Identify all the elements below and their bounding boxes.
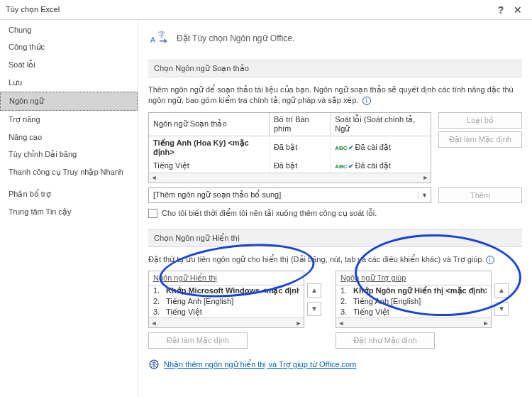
info-icon[interactable]: i bbox=[486, 256, 494, 264]
sidebar-item-customize-ribbon[interactable]: Tùy chỉnh Dải băng bbox=[0, 146, 138, 163]
page-heading: Đặt Tùy chọn Ngôn ngữ Office. bbox=[177, 33, 294, 43]
move-up-button[interactable]: ▲ bbox=[494, 283, 509, 298]
table-row[interactable]: Tiếng Việt Đã bật ABC Đã cài đặt bbox=[149, 159, 431, 173]
globe-icon bbox=[148, 359, 160, 370]
display-section-title: Chọn Ngôn ngữ Hiển thị bbox=[148, 229, 522, 247]
sidebar-item-formulas[interactable]: Công thức bbox=[0, 38, 138, 56]
sidebar-item-proofing[interactable]: Soát lỗi bbox=[0, 56, 138, 74]
sidebar-item-general[interactable]: Chung bbox=[0, 21, 138, 38]
sidebar-item-accessibility[interactable]: Trợ năng bbox=[0, 111, 138, 129]
display-language-list[interactable]: Ngôn ngữ Hiển thị 1.Khớp Microsoft Windo… bbox=[148, 271, 304, 328]
scroll-left-icon[interactable]: ◄ bbox=[149, 174, 159, 181]
editing-section-title: Chọn Ngôn ngữ Soạn thảo bbox=[148, 60, 522, 77]
proofing-installed-icon: ABC bbox=[335, 144, 353, 151]
scroll-right-icon[interactable]: ► bbox=[294, 320, 304, 327]
scroll-left-icon[interactable]: ◄ bbox=[336, 320, 346, 327]
add-language-combo[interactable]: [Thêm ngôn ngữ soạn thảo bổ sung] ▼ bbox=[148, 187, 431, 203]
sidebar-item-qat[interactable]: Thanh công cụ Truy nhập Nhanh bbox=[0, 163, 138, 181]
chevron-down-icon[interactable]: ▼ bbox=[418, 192, 431, 199]
list-item[interactable]: 1.Khớp Microsoft Windows <mặc định> bbox=[149, 285, 304, 296]
list-item[interactable]: 3.Tiếng Việt bbox=[336, 307, 491, 317]
list-item[interactable]: 2.Tiếng Anh [English] bbox=[336, 296, 491, 307]
editing-section-desc: Thêm ngôn ngữ để soạn thảo tài liệu của … bbox=[148, 85, 522, 107]
col-proofing: Soát lỗi (Soát chính tả, Ngữ bbox=[331, 113, 431, 136]
close-button[interactable]: ✕ bbox=[509, 4, 526, 16]
editing-language-table[interactable]: Ngôn ngữ Soạn thảo Bố trí Bàn phím Soát … bbox=[148, 112, 431, 183]
category-sidebar: Chung Công thức Soát lỗi Lưu Ngôn ngữ Tr… bbox=[0, 20, 138, 397]
svg-text:字: 字 bbox=[158, 31, 165, 38]
scroll-left-icon[interactable]: ◄ bbox=[149, 320, 159, 327]
list-item[interactable]: 2.Tiếng Anh [English] bbox=[149, 296, 304, 307]
add-button[interactable]: Thêm bbox=[438, 187, 522, 203]
col-language: Ngôn ngữ Soạn thảo bbox=[149, 113, 269, 136]
sidebar-item-language[interactable]: Ngôn ngữ bbox=[0, 92, 138, 111]
main-panel: A字 Đặt Tùy chọn Ngôn ngữ Office. Chọn Ng… bbox=[138, 20, 532, 397]
info-icon[interactable]: i bbox=[362, 97, 371, 105]
move-up-button[interactable]: ▲ bbox=[307, 283, 321, 298]
col-keyboard: Bố trí Bàn phím bbox=[269, 113, 330, 136]
sidebar-item-trust-center[interactable]: Trung tâm Tin cậy bbox=[0, 203, 138, 221]
move-down-button[interactable]: ▼ bbox=[494, 302, 509, 316]
list-header: Ngôn ngữ Hiển thị bbox=[149, 271, 304, 285]
scroll-right-icon[interactable]: ► bbox=[421, 174, 431, 181]
language-header-icon: A字 bbox=[148, 27, 171, 50]
set-default-button[interactable]: Đặt làm Mặc định bbox=[438, 131, 522, 148]
checkbox-label: Cho tôi biết thời điểm tôi nên tải xuống… bbox=[162, 209, 377, 218]
list-item[interactable]: 3.Tiếng Việt bbox=[149, 307, 304, 317]
more-languages-link[interactable]: Nhận thêm ngôn ngữ hiển thị và Trợ giúp … bbox=[164, 360, 356, 369]
help-language-list[interactable]: Ngôn ngữ Trợ giúp 1.Khớp Ngôn ngữ Hiển t… bbox=[336, 271, 492, 328]
remove-button[interactable]: Loại bỏ bbox=[438, 112, 522, 129]
proofing-download-checkbox[interactable] bbox=[148, 209, 157, 218]
h-scrollbar[interactable]: ◄ ► bbox=[336, 317, 491, 327]
svg-text:A: A bbox=[150, 36, 155, 44]
h-scrollbar[interactable]: ◄ ► bbox=[149, 173, 431, 183]
h-scrollbar[interactable]: ◄ ► bbox=[149, 317, 304, 327]
proofing-installed-icon: ABC bbox=[335, 163, 353, 170]
title-bar: Tùy chọn Excel ? ✕ bbox=[0, 0, 532, 20]
move-down-button[interactable]: ▼ bbox=[307, 302, 321, 316]
list-header: Ngôn ngữ Trợ giúp bbox=[336, 271, 491, 285]
set-default-help-button[interactable]: Đặt như Mặc định bbox=[336, 332, 435, 349]
list-item[interactable]: 1.Khớp Ngôn ngữ Hiển thị <mặc định> bbox=[336, 285, 491, 296]
table-row[interactable]: Tiếng Anh (Hoa Kỳ) <mặc định> Đã bật ABC… bbox=[149, 136, 431, 159]
window-title: Tùy chọn Excel bbox=[6, 5, 492, 14]
sidebar-item-advanced[interactable]: Nâng cao bbox=[0, 129, 138, 146]
scroll-right-icon[interactable]: ► bbox=[481, 320, 491, 327]
combo-text: [Thêm ngôn ngữ soạn thảo bổ sung] bbox=[149, 190, 418, 200]
sidebar-item-save[interactable]: Lưu bbox=[0, 74, 138, 92]
set-default-display-button[interactable]: Đặt làm Mặc định bbox=[148, 332, 248, 349]
sidebar-item-addins[interactable]: Phần bổ trợ bbox=[0, 185, 138, 203]
help-button[interactable]: ? bbox=[492, 4, 509, 16]
display-section-desc: Đặt thứ tự ưu tiên ngôn ngữ cho hiển thị… bbox=[148, 254, 522, 265]
